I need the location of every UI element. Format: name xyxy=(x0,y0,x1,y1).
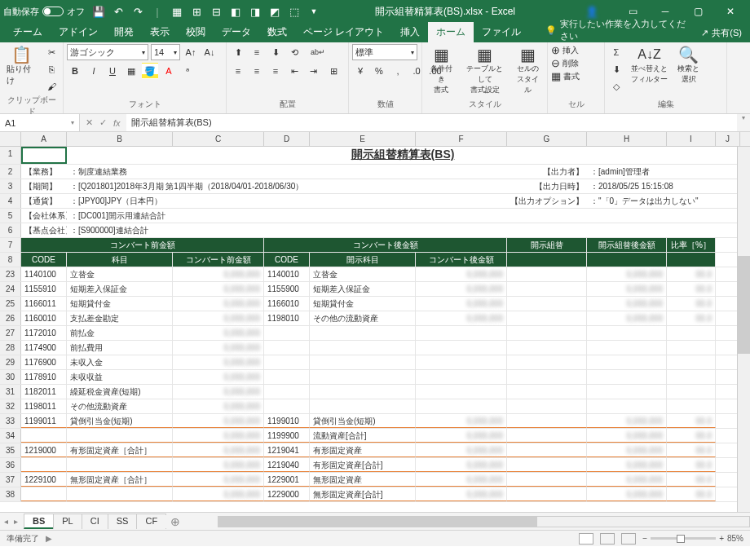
cell[interactable] xyxy=(507,223,740,237)
cell[interactable]: 0,000,000 xyxy=(416,429,507,443)
cell[interactable] xyxy=(667,341,716,355)
cell[interactable]: 0,000,000 xyxy=(173,443,264,457)
cell[interactable] xyxy=(416,370,507,384)
cell[interactable]: 00.0 xyxy=(667,487,716,501)
cell[interactable]: 0,000,000 xyxy=(173,458,264,472)
col-head-B[interactable]: B xyxy=(67,132,173,146)
sheet-nav-last-icon[interactable]: ▸ xyxy=(11,517,20,526)
cell[interactable] xyxy=(667,326,716,340)
qat-btn[interactable]: ◨ xyxy=(246,2,264,20)
cell[interactable]: 00.0 xyxy=(667,297,716,311)
cell[interactable]: 00.0 xyxy=(667,429,716,443)
cell[interactable]: 支払差金勘定 xyxy=(67,311,173,325)
row-head[interactable]: 29 xyxy=(0,355,21,369)
cell[interactable]: 00.0 xyxy=(667,473,716,487)
tab-データ[interactable]: データ xyxy=(214,22,259,42)
cell[interactable]: その他流動資産 xyxy=(67,399,173,413)
page-break-view-icon[interactable] xyxy=(621,533,636,545)
align-middle-icon[interactable]: ≡ xyxy=(249,44,265,60)
cell[interactable] xyxy=(264,355,310,369)
cell[interactable]: 0,000,000 xyxy=(587,297,667,311)
row-head[interactable]: 27 xyxy=(0,326,21,340)
cell[interactable]: ：[JPY00]JPY（日本円） xyxy=(67,194,507,208)
col-head-J[interactable]: J xyxy=(716,132,740,146)
cell[interactable] xyxy=(507,326,587,340)
cell[interactable]: 0,000,000 xyxy=(416,282,507,296)
cell[interactable]: 短期貸付金 xyxy=(67,297,173,311)
tab-ページ レイアウト[interactable]: ページ レイアウト xyxy=(295,22,392,42)
cut-icon[interactable]: ✂ xyxy=(43,44,60,60)
qat-btn[interactable]: ◧ xyxy=(227,2,245,20)
cancel-formula-icon[interactable]: ✕ xyxy=(83,117,95,128)
cell[interactable]: 1176900 xyxy=(21,355,67,369)
row-head[interactable]: 7 xyxy=(0,238,21,252)
qat-btn[interactable]: ⬚ xyxy=(285,2,303,20)
cell[interactable]: 無形固定資産 xyxy=(310,473,416,487)
align-center-icon[interactable]: ≡ xyxy=(249,63,265,79)
cell[interactable]: 【出力オプション】 xyxy=(507,194,587,208)
autosum-icon[interactable]: Σ xyxy=(608,44,624,60)
row-head[interactable]: 5 xyxy=(0,209,21,223)
fill-color-button[interactable]: 🪣 xyxy=(142,63,158,79)
expand-formula-icon[interactable]: ▾ xyxy=(737,114,750,131)
header-cell[interactable]: 開示組替後金額 xyxy=(587,238,667,252)
cell[interactable] xyxy=(507,458,587,472)
cell[interactable]: 1229100 xyxy=(21,473,67,487)
cell[interactable] xyxy=(21,458,67,472)
merge-button[interactable]: ⊞ xyxy=(324,63,343,79)
cell[interactable]: 短期貸付金 xyxy=(310,297,416,311)
cell[interactable]: 【会社体系】 xyxy=(21,209,67,223)
percent-icon[interactable]: % xyxy=(371,63,387,79)
underline-button[interactable]: U xyxy=(104,63,121,79)
cell[interactable] xyxy=(264,370,310,384)
header-cell[interactable]: CODE xyxy=(21,253,67,267)
cell[interactable]: 1160010 xyxy=(21,311,67,325)
cell[interactable] xyxy=(416,355,507,369)
undo-icon[interactable]: ↶ xyxy=(109,2,127,20)
cell[interactable]: 1140100 xyxy=(21,267,67,281)
font-name-select[interactable]: 游ゴシック▾ xyxy=(67,44,148,60)
qat-btn[interactable]: ▼ xyxy=(305,2,323,20)
col-head-G[interactable]: G xyxy=(507,132,587,146)
cell[interactable]: 0,000,000 xyxy=(587,487,667,501)
cell[interactable]: 【出力日時】 xyxy=(507,179,587,193)
cell[interactable]: 開示組替精算表(BS) xyxy=(67,147,739,164)
cell[interactable] xyxy=(587,385,667,399)
enter-formula-icon[interactable]: ✓ xyxy=(97,117,109,128)
conditional-format-button[interactable]: ▦条件付き 書式 xyxy=(426,44,457,97)
cell[interactable] xyxy=(507,282,587,296)
cell[interactable] xyxy=(67,429,173,443)
row-head[interactable]: 6 xyxy=(0,223,21,237)
cell[interactable]: 有形固定資産 xyxy=(310,443,416,457)
row-head[interactable]: 2 xyxy=(0,165,21,179)
clear-icon[interactable]: ◇ xyxy=(608,78,624,95)
cell[interactable] xyxy=(587,399,667,413)
cell[interactable]: 【基点会社】 xyxy=(21,223,67,237)
row-head[interactable]: 24 xyxy=(0,282,21,296)
wrap-text-button[interactable]: ab↵ xyxy=(305,44,331,60)
row-head[interactable]: 28 xyxy=(0,341,21,355)
cell[interactable]: 0,000,000 xyxy=(173,297,264,311)
cell[interactable]: 1198011 xyxy=(21,399,67,413)
cell[interactable]: 1174900 xyxy=(21,341,67,355)
share-button[interactable]: ↗共有(S) xyxy=(693,24,750,42)
col-head-E[interactable]: E xyxy=(310,132,416,146)
fx-icon[interactable]: fx xyxy=(111,118,123,128)
cell[interactable] xyxy=(264,385,310,399)
bold-button[interactable]: B xyxy=(67,63,83,79)
sheet-tab-BS[interactable]: BS xyxy=(24,514,54,529)
cell[interactable]: 0,000,000 xyxy=(173,487,264,501)
cell[interactable]: 1219000 xyxy=(21,443,67,457)
cell[interactable] xyxy=(21,429,67,443)
insert-cells-button[interactable]: ⊕挿入 xyxy=(551,44,580,56)
tab-表示[interactable]: 表示 xyxy=(142,22,178,42)
cell[interactable] xyxy=(507,311,587,325)
cell[interactable]: 未収収益 xyxy=(67,370,173,384)
cell[interactable]: 1229000 xyxy=(264,487,310,501)
cell[interactable]: 立替金 xyxy=(67,267,173,281)
header-cell[interactable] xyxy=(507,253,587,267)
name-box[interactable]: A1▾ xyxy=(0,114,80,131)
cell[interactable]: 1166011 xyxy=(21,297,67,311)
cell[interactable]: 1172010 xyxy=(21,326,67,340)
cell[interactable] xyxy=(667,355,716,369)
